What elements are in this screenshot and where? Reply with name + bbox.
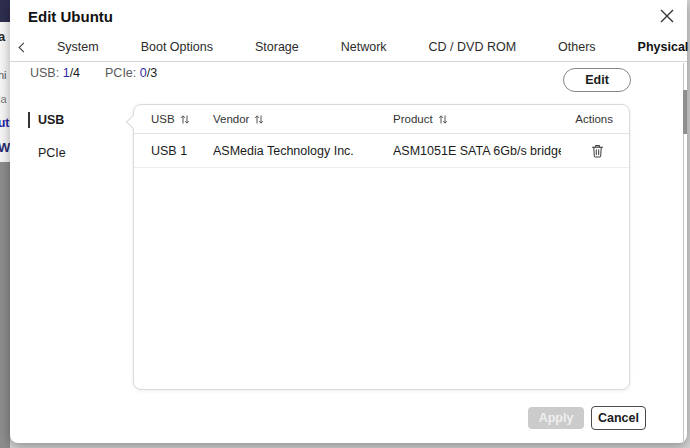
usb-total-count: /4 bbox=[70, 66, 80, 80]
background-text-fragment: a bbox=[0, 29, 5, 44]
background-page-sliver: a ni la ut W bbox=[0, 0, 10, 448]
tab-physical-devices[interactable]: Physical Devices bbox=[617, 34, 690, 62]
edit-button[interactable]: Edit bbox=[563, 68, 631, 92]
close-icon bbox=[660, 9, 674, 23]
apply-button[interactable]: Apply bbox=[528, 407, 584, 429]
usb-used-count: 1 bbox=[63, 66, 70, 80]
background-text-fragment: W bbox=[0, 140, 10, 155]
sort-icon[interactable] bbox=[438, 114, 448, 125]
tab-bar: System Boot Options Storage Network CD /… bbox=[10, 34, 687, 62]
dialog-title: Edit Ubuntu bbox=[28, 8, 113, 25]
cell-product: ASM1051E SATA 6Gb/s bridge, AS… bbox=[393, 144, 561, 158]
nav-item-label: PCIe bbox=[38, 146, 66, 160]
device-usage-summary: USB: 1/4 PCIe: 0/3 bbox=[30, 66, 157, 80]
trash-icon bbox=[591, 144, 604, 158]
background-text-fragment: ut bbox=[0, 116, 9, 130]
cell-usb: USB 1 bbox=[151, 144, 213, 158]
column-header-usb[interactable]: USB bbox=[151, 113, 213, 125]
usb-count-label: USB: bbox=[30, 66, 59, 80]
sort-icon[interactable] bbox=[180, 114, 190, 125]
nav-item-usb[interactable]: USB bbox=[28, 110, 66, 130]
background-text-fragment: la bbox=[0, 93, 7, 105]
nav-item-pcie[interactable]: PCIe bbox=[28, 143, 66, 163]
column-header-product[interactable]: Product bbox=[393, 113, 561, 125]
pcie-used-count: 0 bbox=[140, 66, 147, 80]
scrollbar-thumb[interactable] bbox=[683, 90, 687, 134]
cancel-button[interactable]: Cancel bbox=[591, 406, 646, 430]
tab-system[interactable]: System bbox=[36, 34, 120, 62]
background-text-fragment: ni bbox=[0, 69, 7, 81]
chevron-left-icon bbox=[18, 43, 28, 53]
tab-network[interactable]: Network bbox=[320, 34, 408, 62]
tab-others[interactable]: Others bbox=[537, 34, 617, 62]
close-button[interactable] bbox=[656, 5, 678, 27]
pcie-count-label: PCIe: bbox=[105, 66, 136, 80]
tabs: System Boot Options Storage Network CD /… bbox=[36, 34, 690, 62]
column-header-vendor[interactable]: Vendor bbox=[213, 113, 393, 125]
active-indicator-bar bbox=[28, 112, 30, 128]
column-header-label: Actions bbox=[575, 113, 613, 125]
column-header-label: Product bbox=[393, 113, 433, 125]
nav-item-label: USB bbox=[38, 113, 64, 127]
cell-vendor: ASMedia Technology Inc. bbox=[213, 144, 393, 158]
edit-vm-dialog: Edit Ubuntu System Boot Options Storage … bbox=[10, 0, 687, 443]
table-row[interactable]: USB 1 ASMedia Technology Inc. ASM1051E S… bbox=[134, 134, 629, 168]
column-header-label: Vendor bbox=[213, 113, 249, 125]
device-type-nav: USB PCIe bbox=[28, 110, 66, 176]
background-overlay bbox=[0, 162, 10, 448]
delete-device-button[interactable] bbox=[591, 144, 604, 158]
tab-boot-options[interactable]: Boot Options bbox=[120, 34, 234, 62]
cell-actions bbox=[561, 144, 613, 158]
tab-scroll-left-button[interactable] bbox=[10, 34, 36, 62]
tab-storage[interactable]: Storage bbox=[234, 34, 320, 62]
pcie-total-count: /3 bbox=[147, 66, 157, 80]
tab-cd-dvd-rom[interactable]: CD / DVD ROM bbox=[408, 34, 538, 62]
background-topbar bbox=[0, 0, 10, 22]
column-header-actions: Actions bbox=[561, 113, 613, 125]
table-header-row: USB Vendor Product bbox=[134, 105, 629, 134]
usb-device-table-panel: USB Vendor Product bbox=[133, 104, 630, 390]
column-header-label: USB bbox=[151, 113, 175, 125]
sort-icon[interactable] bbox=[254, 114, 264, 125]
